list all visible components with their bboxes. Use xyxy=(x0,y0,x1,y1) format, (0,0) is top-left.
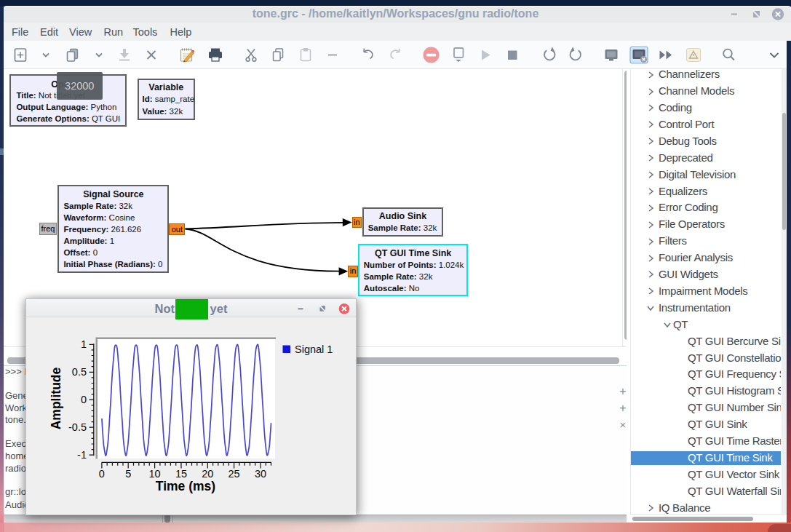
svg-text:Signal 1: Signal 1 xyxy=(295,344,333,355)
svg-text:25: 25 xyxy=(228,468,240,480)
svg-text:0: 0 xyxy=(81,394,87,405)
svg-text:Amplitude: Amplitude xyxy=(49,367,63,429)
svg-text:15: 15 xyxy=(175,468,187,480)
svg-text:30: 30 xyxy=(255,468,266,480)
svg-text:20: 20 xyxy=(202,468,213,480)
svg-text:Time (ms): Time (ms) xyxy=(156,479,215,493)
svg-text:-0.5: -0.5 xyxy=(68,421,87,433)
svg-text:0: 0 xyxy=(99,468,105,480)
svg-text:10: 10 xyxy=(149,468,161,480)
svg-text:-1: -1 xyxy=(77,449,87,461)
svg-text:0.5: 0.5 xyxy=(72,366,87,378)
svg-text:1: 1 xyxy=(81,338,87,350)
svg-text:5: 5 xyxy=(125,468,131,480)
